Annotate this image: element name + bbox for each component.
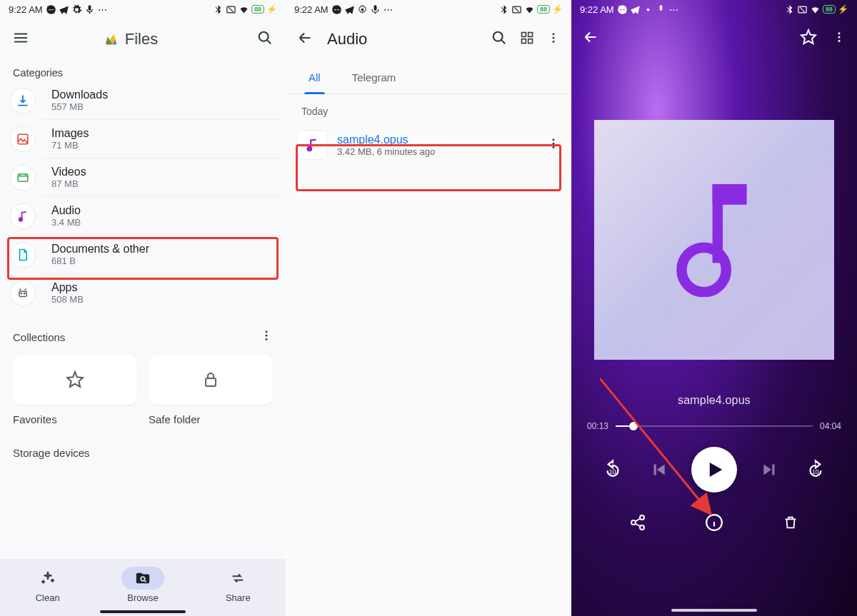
more-vert-icon: [260, 329, 273, 342]
nav-browse[interactable]: Browse: [121, 567, 164, 603]
favorites-label: Favorites: [13, 413, 137, 425]
search-icon: [491, 30, 507, 46]
back-button[interactable]: [583, 29, 598, 48]
svg-point-17: [361, 8, 364, 11]
folder-search-icon: [135, 570, 151, 586]
bottom-actions: [571, 508, 857, 537]
forward-10-button[interactable]: 10: [803, 457, 828, 483]
progress-bar[interactable]: [616, 425, 813, 427]
previous-button[interactable]: [646, 457, 671, 483]
svg-point-12: [266, 330, 268, 333]
view-grid-button[interactable]: [520, 31, 534, 48]
rewind-10-button[interactable]: 10: [600, 457, 626, 483]
music-note-icon: [671, 183, 757, 297]
more-button[interactable]: [547, 31, 560, 47]
svg-point-31: [553, 146, 555, 148]
wifi-icon: [239, 4, 249, 15]
more-vert-icon: [547, 31, 560, 44]
playback-controls: 10 10: [571, 447, 857, 493]
svg-point-28: [308, 147, 312, 151]
download-icon: [10, 88, 36, 113]
svg-rect-24: [528, 39, 533, 44]
battery-indicator: 88: [251, 5, 264, 14]
screen-files-home: 9:22 AM ⋯ 88 ⚡: [0, 0, 286, 616]
svg-point-40: [681, 248, 726, 292]
do-not-disturb-icon: [46, 4, 56, 15]
do-not-disturb-icon: [617, 4, 628, 15]
search-button[interactable]: [491, 30, 507, 49]
status-time: 9:22 AM: [9, 4, 43, 15]
tab-telegram[interactable]: Telegram: [349, 63, 399, 94]
svg-point-26: [553, 37, 555, 39]
star-icon: [800, 29, 817, 46]
progress-thumb[interactable]: [629, 422, 638, 430]
info-button[interactable]: [700, 508, 728, 537]
svg-point-25: [553, 33, 555, 35]
bluetooth-icon: [498, 4, 509, 15]
more-button[interactable]: [833, 31, 846, 46]
safefolder-card[interactable]: [149, 355, 273, 405]
swap-icon: [230, 570, 246, 586]
nav-share[interactable]: Share: [216, 567, 259, 603]
category-audio[interactable]: Audio3.4 MB: [41, 197, 281, 236]
svg-point-32: [646, 8, 649, 11]
svg-point-10: [21, 293, 22, 294]
file-meta: 3.42 MB, 6 minutes ago: [337, 146, 537, 157]
status-time: 9:22 AM: [294, 4, 329, 15]
delete-button[interactable]: [776, 508, 805, 537]
share-icon: [629, 514, 646, 531]
no-sim-icon: [797, 4, 808, 15]
more-vert-icon: [547, 137, 560, 150]
nav-clean[interactable]: Clean: [26, 567, 69, 603]
svg-point-44: [631, 520, 636, 525]
favorite-button[interactable]: [800, 29, 817, 49]
grid-icon: [520, 31, 534, 45]
category-images[interactable]: Images71 MB: [41, 120, 281, 158]
category-videos[interactable]: Videos87 MB: [41, 158, 281, 197]
svg-point-5: [259, 32, 269, 41]
share-button[interactable]: [623, 508, 652, 537]
arrow-left-icon: [583, 29, 598, 45]
svg-point-35: [838, 32, 841, 34]
category-apps[interactable]: Apps508 MB: [41, 274, 281, 312]
overflow-dots-icon: ⋯: [98, 4, 109, 15]
skip-previous-icon: [649, 460, 668, 479]
svg-rect-9: [19, 291, 27, 297]
bluetooth-icon: [213, 4, 224, 15]
svg-point-13: [266, 335, 268, 337]
files-logo-icon: [104, 31, 119, 47]
next-button[interactable]: [757, 457, 783, 483]
svg-point-45: [640, 525, 644, 530]
status-bar: 9:22 AM ⋯ 88 ⚡: [571, 0, 857, 19]
video-icon: [10, 165, 36, 191]
storage-header: Storage devices: [0, 427, 286, 463]
svg-rect-33: [659, 5, 662, 11]
svg-point-43: [640, 515, 644, 520]
category-documents[interactable]: Documents & other681 B: [41, 236, 281, 274]
file-more-button[interactable]: [547, 137, 560, 153]
status-left-icons: [617, 4, 666, 15]
music-note-icon: [10, 203, 36, 229]
file-item-sample4[interactable]: sample4.opus 3.42 MB, 6 minutes ago: [286, 121, 571, 168]
svg-point-20: [493, 32, 503, 41]
safefolder-label: Safe folder: [149, 413, 273, 425]
mic-icon: [370, 4, 381, 15]
gesture-bar: [671, 609, 757, 612]
collections-menu-button[interactable]: [260, 329, 273, 345]
no-sim-icon: [226, 4, 236, 15]
back-button[interactable]: [291, 24, 319, 54]
search-button[interactable]: [251, 24, 279, 54]
battery-indicator: 88: [823, 5, 836, 14]
info-icon: [705, 513, 723, 532]
star-icon: [66, 370, 84, 389]
time-total: 04:04: [820, 421, 841, 431]
telegram-icon: [344, 4, 355, 15]
player-appbar: [571, 19, 857, 59]
category-downloads[interactable]: Downloads557 MB: [41, 81, 281, 120]
gesture-bar: [100, 610, 186, 613]
more-vert-icon: [833, 31, 846, 44]
favorites-card[interactable]: [13, 355, 137, 405]
android-icon: [10, 281, 36, 306]
play-button[interactable]: [691, 447, 737, 493]
tab-all[interactable]: All: [306, 63, 324, 94]
